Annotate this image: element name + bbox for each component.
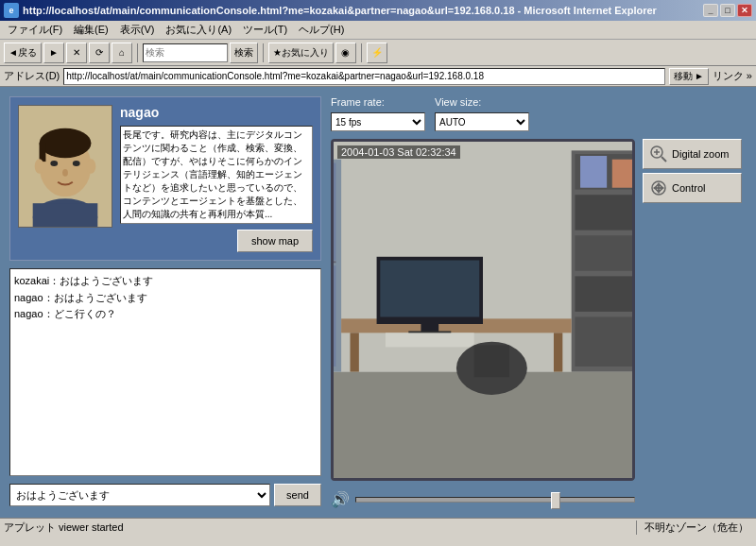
svg-rect-23 <box>575 316 632 366</box>
frame-rate-select[interactable]: 15 fps <box>331 112 425 131</box>
volume-area: 🔊 <box>331 490 635 508</box>
svg-rect-30 <box>554 333 562 371</box>
svg-point-4 <box>40 128 92 158</box>
address-input[interactable] <box>63 68 665 85</box>
volume-thumb[interactable] <box>551 492 560 509</box>
content-area: nagao 長尾です。研究内容は、主にデジタルコンテンツに関わること（作成、検索… <box>0 87 756 518</box>
minimize-button[interactable]: _ <box>703 4 718 17</box>
stop-button[interactable]: ✕ <box>66 43 87 63</box>
menu-tools[interactable]: ツール(T) <box>237 22 293 38</box>
volume-slider-track[interactable] <box>355 497 635 503</box>
svg-rect-32 <box>380 261 479 317</box>
frame-rate-label: Frame rate: <box>331 96 425 108</box>
speaker-icon: 🔊 <box>331 490 350 508</box>
toolbar: ◄ 戻る ► ✕ ⟳ ⌂ 検索 ★ お気に入り ◉ ⚡ <box>0 40 756 66</box>
send-button[interactable]: send <box>274 484 321 506</box>
left-panel: nagao 長尾です。研究内容は、主にデジタルコンテンツに関わること（作成、検索… <box>9 96 321 508</box>
menu-view[interactable]: 表示(V) <box>114 22 161 38</box>
profile-name: nagao <box>120 105 313 120</box>
svg-point-47 <box>657 186 661 190</box>
svg-rect-20 <box>575 195 632 230</box>
svg-rect-21 <box>575 235 632 270</box>
menu-favorites[interactable]: お気に入り(A) <box>160 22 237 38</box>
svg-point-10 <box>87 159 96 174</box>
input-area: おはようございます send <box>9 484 321 508</box>
links-label: リンク » <box>713 69 752 83</box>
maximize-button[interactable]: □ <box>720 4 735 17</box>
forward-button[interactable]: ► <box>43 43 64 63</box>
svg-point-6 <box>50 161 58 166</box>
svg-marker-46 <box>661 185 664 191</box>
digital-zoom-button[interactable]: Digital zoom <box>643 139 742 169</box>
status-text: アプレット viewer started <box>4 520 636 535</box>
search-input[interactable] <box>143 43 228 62</box>
close-button[interactable]: ✕ <box>737 4 752 17</box>
view-size-group: View size: AUTO <box>435 96 529 131</box>
right-panel: Frame rate: 15 fps View size: AUTO 2004-… <box>331 96 747 508</box>
media-button[interactable]: ◉ <box>335 43 356 63</box>
svg-rect-5 <box>40 144 46 162</box>
search-button[interactable]: 検索 <box>230 43 258 63</box>
separator-3 <box>361 43 362 62</box>
view-size-select[interactable]: AUTO <box>435 112 529 131</box>
svg-rect-29 <box>350 333 358 371</box>
profile-bio[interactable]: 長尾です。研究内容は、主にデジタルコンテンツに関わること（作成、検索、変換、配信… <box>120 126 313 224</box>
svg-rect-25 <box>612 160 632 188</box>
title-bar: e http://localhost/at/main/communication… <box>0 0 756 21</box>
svg-point-9 <box>35 159 44 174</box>
svg-marker-45 <box>653 185 657 191</box>
profile-avatar-svg <box>19 105 112 228</box>
control-icon <box>649 179 668 197</box>
svg-rect-35 <box>386 333 474 347</box>
profile-card: nagao 長尾です。研究内容は、主にデジタルコンテンツに関わること（作成、検索… <box>9 96 321 261</box>
camera-feed: 2004-01-03 Sat 02:32:34 <box>331 139 635 481</box>
status-bar: アプレット viewer started 不明なゾーン（危在） <box>0 518 756 537</box>
favorites-button[interactable]: ★ お気に入り <box>268 43 334 63</box>
menu-help[interactable]: ヘルプ(H) <box>293 22 350 38</box>
svg-rect-15 <box>334 162 335 260</box>
home-button[interactable]: ⌂ <box>112 43 132 63</box>
refresh-button[interactable]: ⟳ <box>89 43 110 63</box>
camera-section: 2004-01-03 Sat 02:32:34 <box>331 139 747 508</box>
menu-file[interactable]: ファイル(F) <box>2 22 68 38</box>
profile-photo <box>18 105 112 228</box>
app-icon: e <box>4 3 19 18</box>
svg-point-7 <box>73 161 80 166</box>
chat-message: nagao：おはようございます <box>14 290 317 307</box>
menu-edit[interactable]: 編集(E) <box>68 22 114 38</box>
frame-rate-group: Frame rate: 15 fps <box>331 96 425 131</box>
window-title: http://localhost/at/main/communicationCo… <box>23 5 657 16</box>
right-sidebar: Digital zoom Control <box>643 139 747 508</box>
controls-row: Frame rate: 15 fps View size: AUTO <box>331 96 747 131</box>
svg-rect-37 <box>474 345 509 377</box>
svg-line-39 <box>662 157 666 162</box>
address-label: アドレス(D) <box>4 69 60 83</box>
separator-1 <box>137 43 138 62</box>
chat-message: kozakai：おはようございます <box>14 273 317 290</box>
separator-2 <box>263 43 264 62</box>
back-button[interactable]: ◄ 戻る <box>4 43 42 63</box>
status-zone: 不明なゾーン（危在） <box>636 520 752 535</box>
svg-rect-24 <box>580 156 607 188</box>
address-bar: アドレス(D) 移動 ► リンク » <box>0 66 756 87</box>
menu-bar: ファイル(F) 編集(E) 表示(V) お気に入り(A) ツール(T) ヘルプ(… <box>0 21 756 40</box>
digital-zoom-label: Digital zoom <box>672 148 730 160</box>
bluetooth-button[interactable]: ⚡ <box>367 43 387 63</box>
svg-rect-16 <box>334 265 335 367</box>
show-map-button[interactable]: show map <box>237 230 313 252</box>
camera-image <box>334 142 632 478</box>
profile-info: nagao 長尾です。研究内容は、主にデジタルコンテンツに関わること（作成、検索… <box>120 105 313 252</box>
go-button[interactable]: 移動 ► <box>669 68 709 85</box>
control-label: Control <box>672 182 705 194</box>
chat-messages: kozakai：おはようございますnagao：おはようございますnagao：どこ… <box>9 268 321 476</box>
view-size-label: View size: <box>435 96 529 108</box>
camera-timestamp: 2004-01-03 Sat 02:32:34 <box>337 145 460 159</box>
svg-rect-22 <box>575 276 632 311</box>
message-select[interactable]: おはようございます <box>9 484 270 506</box>
zoom-icon <box>649 145 668 163</box>
control-button[interactable]: Control <box>643 173 742 203</box>
svg-rect-2 <box>33 203 98 228</box>
svg-point-8 <box>62 169 68 177</box>
chat-message: nagao：どこ行くの？ <box>14 306 317 323</box>
